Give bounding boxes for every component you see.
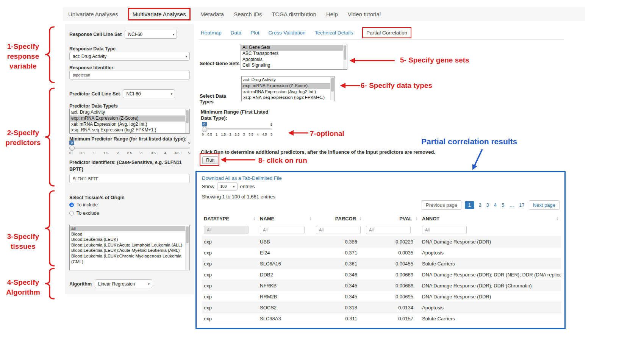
table-row[interactable]: exp DDB2 0.346 0.00669 DNA Damage Respon… — [202, 269, 561, 280]
table-row[interactable]: exp SLC6A16 0.361 0.00455 Solute Carrier… — [202, 258, 561, 269]
table-row[interactable]: exp EI24 0.371 0.0035 Apoptosis — [202, 247, 561, 258]
column-filter-input[interactable] — [366, 226, 411, 234]
page-number-button[interactable]: 3 — [486, 201, 490, 209]
subtab[interactable]: Cross-Validation — [269, 30, 306, 36]
tissue-include-radio[interactable]: To include — [69, 202, 190, 208]
table-row[interactable]: exp UBB 0.386 0.00229 DNA Damage Respons… — [202, 236, 561, 247]
subtab[interactable]: Technical Details — [315, 30, 353, 36]
scrollbar-thumb[interactable] — [186, 226, 189, 243]
table-row[interactable]: exp SOCS2 0.318 0.0134 Apoptosis — [202, 302, 561, 313]
page-number-button[interactable]: 17 — [518, 201, 525, 209]
slider-track[interactable] — [202, 128, 272, 130]
cell-pval: 0.0157 — [364, 316, 420, 321]
data-type-option[interactable]: exp: mRNA Expression (Z-Score) — [242, 83, 330, 89]
column-filter-input[interactable] — [260, 226, 305, 234]
nav-item[interactable]: Metadata — [200, 11, 224, 17]
predictor-identifiers-label: Predictor Identifiers: (Case-Sensitive, … — [69, 160, 182, 172]
gene-set-option[interactable]: All Gene Sets — [241, 45, 343, 51]
page-length-select[interactable]: 100 ▾ — [217, 183, 238, 190]
show-label: Show — [202, 184, 214, 189]
slider-track[interactable] — [69, 147, 190, 149]
scrollbar[interactable] — [185, 226, 189, 270]
slider-tick-label: 4 — [164, 151, 166, 155]
data-type-option[interactable]: act: Drug Activity — [242, 77, 330, 83]
column-header[interactable]: NAME ▲▼ — [258, 216, 314, 222]
download-link[interactable]: Download All as a Tab-Delimited File — [202, 175, 282, 181]
nav-item[interactable]: Video tutorial — [348, 11, 381, 17]
slider-tick-label: 0 — [69, 151, 71, 155]
predictor-identifiers-input[interactable] — [69, 174, 190, 183]
subtab[interactable]: Partial Correlation — [362, 27, 411, 38]
slider-handle[interactable] — [202, 127, 207, 132]
algorithm-select[interactable]: Linear Regression ▾ — [95, 279, 152, 288]
sort-icon[interactable]: ▲▼ — [253, 217, 256, 220]
tissue-option[interactable]: all — [70, 226, 185, 231]
column-header[interactable]: DATATYPE ▲▼ — [202, 216, 258, 222]
slider-tick-label: 3.5 — [249, 133, 253, 136]
predictor-data-type-option[interactable]: xai: mRNA Expression (Avg. log2 Int.) — [70, 122, 185, 128]
scrollbar-thumb[interactable] — [331, 78, 334, 92]
scrollbar-thumb[interactable] — [186, 110, 189, 123]
slider-tick-label: 1.5 — [221, 133, 226, 136]
scrollbar[interactable] — [330, 77, 334, 100]
nav-item[interactable]: Help — [326, 11, 338, 17]
column-filter-input[interactable] — [316, 226, 361, 234]
tissue-option[interactable]: Blood:Leukemia (LEUK):Acute Myeloid Leuk… — [70, 248, 185, 253]
nav-item[interactable]: Univariate Analyses — [68, 11, 118, 17]
tissue-exclude-radio[interactable]: To exclude — [69, 211, 190, 216]
table-row[interactable]: exp NFRKB 0.345 0.00688 DNA Damage Respo… — [202, 280, 561, 291]
page-number-button[interactable]: 4 — [493, 201, 497, 209]
subtab[interactable]: Data — [231, 30, 242, 36]
page-number-button[interactable]: … — [508, 201, 515, 209]
predictor-data-type-option[interactable]: act: Drug Activity — [70, 109, 185, 115]
nav-item[interactable]: Search IDs — [234, 11, 262, 17]
column-header[interactable]: PVAL ▲▼ — [364, 216, 420, 222]
column-header[interactable]: ANNOT ▲▼ — [420, 216, 561, 222]
table-row[interactable]: exp SLC38A3 0.311 0.0157 Solute Carriers — [202, 313, 561, 324]
gene-set-option[interactable]: Apoptosis — [241, 57, 343, 63]
page-number-button[interactable]: 2 — [478, 201, 482, 209]
response-data-type-select[interactable]: act: Drug Activity ▾ — [69, 52, 190, 61]
cell-datatype: exp — [202, 250, 258, 256]
tissue-option[interactable]: Blood:Leukemia (LEUK) — [70, 237, 185, 242]
scrollbar[interactable] — [343, 45, 347, 69]
column-filter-input[interactable] — [204, 226, 249, 234]
tissue-listbox: allBloodBlood:Leukemia (LEUK)Blood:Leuke… — [69, 225, 190, 270]
scrollbar-thumb[interactable] — [344, 45, 346, 60]
slider-tick-label: 2.5 — [235, 133, 240, 136]
nav-item[interactable]: Multivariate Analyses — [128, 8, 191, 20]
annotation-step4: 4-Specify Algorithm — [3, 278, 43, 297]
predictor-data-type-option[interactable]: xsq: RNA-seq Expression (log2 FPKM+1.) — [70, 127, 185, 133]
nav-item[interactable]: TCGA distribution — [272, 11, 316, 17]
prev-page-button[interactable]: Previous page — [422, 200, 461, 210]
annotation-step7: 7-optional — [310, 129, 344, 139]
gene-set-option[interactable]: Cell Signaling — [241, 62, 343, 69]
predictor-data-type-option[interactable]: exp: mRNA Expression (Z-Score) — [70, 115, 185, 122]
response-identifier-input[interactable] — [69, 70, 190, 80]
tissue-option[interactable]: Blood:Leukemia (LEUK):Chronic Myelogenou… — [70, 253, 185, 264]
scrollbar[interactable] — [185, 109, 189, 133]
sort-icon[interactable]: ▲▼ — [556, 217, 559, 220]
tissue-option[interactable]: Blood — [70, 231, 185, 237]
next-page-button[interactable]: Next page — [529, 200, 560, 210]
cell-datatype: exp — [202, 239, 258, 245]
data-type-option[interactable]: xsq: RNA-seq Expression (log2 FPKM+1.) — [242, 95, 330, 101]
data-type-option[interactable]: xai: mRNA Expression (Avg. log2 Int.) — [242, 89, 330, 95]
tissue-option[interactable]: Blood:Leukemia (LEUK):Acute Lymphoid Leu… — [70, 242, 185, 248]
slider-handle[interactable] — [69, 145, 75, 151]
cell-datatype: exp — [202, 316, 258, 321]
sort-icon[interactable]: ▲▼ — [415, 217, 418, 220]
select-value: act: Drug Activity — [73, 54, 106, 59]
response-cell-line-select[interactable]: NCI-60 ▾ — [125, 30, 177, 39]
column-filter-input[interactable] — [422, 226, 467, 234]
table-row[interactable]: exp RRM2B 0.345 0.00695 DNA Damage Respo… — [202, 291, 561, 302]
column-header[interactable]: PARCOR ▲▼ — [314, 216, 364, 222]
sort-icon[interactable]: ▲▼ — [359, 217, 362, 220]
subtab[interactable]: Heatmap — [201, 30, 222, 36]
page-number-button[interactable]: 1 — [465, 201, 474, 209]
predictor-cell-line-select[interactable]: NCI-60 ▾ — [123, 89, 175, 98]
sort-icon[interactable]: ▲▼ — [309, 217, 312, 220]
subtab[interactable]: Plot — [250, 30, 259, 36]
gene-set-option[interactable]: ABC Transporters — [241, 51, 343, 57]
page-number-button[interactable]: 5 — [501, 201, 505, 209]
